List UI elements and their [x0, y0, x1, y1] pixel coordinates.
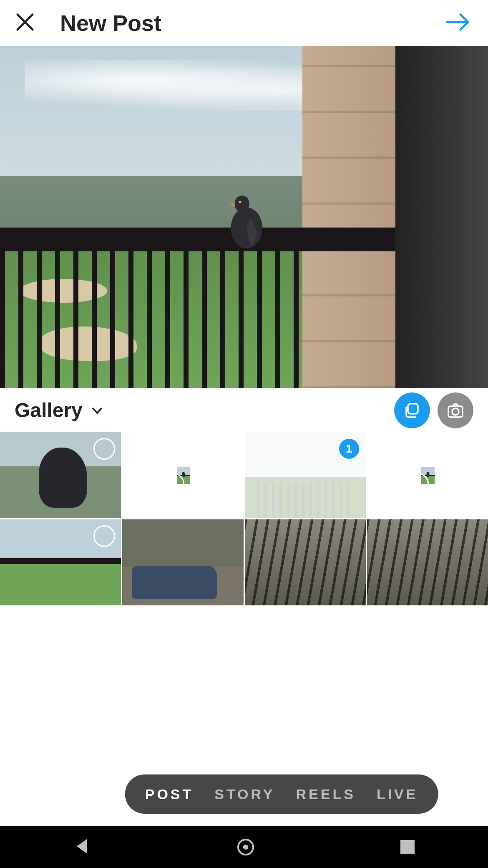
selection-ring — [177, 473, 184, 483]
close-button[interactable] — [15, 12, 35, 34]
svg-point-3 — [231, 208, 262, 248]
camera-icon — [446, 401, 465, 420]
bird-subject — [220, 186, 274, 251]
svg-point-5 — [239, 201, 241, 203]
photo-thumbnail[interactable] — [421, 467, 435, 483]
photo-thumbnail[interactable]: 1 — [245, 432, 366, 518]
selection-ring — [93, 525, 115, 547]
page-title: New Post — [60, 10, 445, 36]
multi-select-icon — [403, 401, 421, 420]
photo-thumbnail[interactable] — [0, 519, 121, 605]
chevron-down-icon — [91, 404, 103, 417]
mode-tab-reels[interactable]: REELS — [296, 786, 356, 802]
circle-home-icon — [237, 839, 254, 855]
selected-photo-preview[interactable] — [0, 46, 488, 388]
android-recents-button[interactable] — [400, 840, 415, 854]
android-home-button[interactable] — [237, 839, 254, 855]
photo-thumbnail[interactable] — [177, 467, 190, 483]
android-nav-bar — [0, 826, 488, 868]
close-icon — [15, 12, 35, 32]
mode-tab-post[interactable]: POST — [145, 786, 194, 802]
create-mode-selector[interactable]: POST STORY REELS LIVE — [125, 774, 438, 814]
svg-point-4 — [234, 195, 249, 212]
android-back-button[interactable] — [73, 838, 91, 857]
photo-thumbnail[interactable] — [245, 519, 366, 605]
gallery-source-label: Gallery — [15, 399, 83, 422]
next-button[interactable] — [445, 12, 471, 34]
photo-grid: 1 POST STORY REELS LIVE — [0, 432, 488, 826]
selection-ring — [93, 438, 115, 460]
arrow-right-icon — [445, 12, 471, 32]
svg-point-8 — [452, 408, 459, 415]
selection-ring — [421, 473, 429, 483]
svg-rect-6 — [408, 404, 418, 414]
camera-button[interactable] — [438, 392, 473, 428]
mode-tab-live[interactable]: LIVE — [377, 786, 418, 802]
multi-select-button[interactable] — [394, 392, 430, 428]
header: New Post — [0, 0, 488, 46]
photo-thumbnail[interactable] — [0, 432, 121, 518]
photo-thumbnail[interactable] — [122, 519, 243, 605]
gallery-source-bar: Gallery — [0, 388, 488, 432]
gallery-source-dropdown[interactable]: Gallery — [15, 399, 103, 422]
photo-thumbnail[interactable] — [367, 519, 488, 605]
selection-badge: 1 — [338, 438, 360, 460]
mode-tab-story[interactable]: STORY — [214, 786, 275, 802]
triangle-back-icon — [73, 838, 91, 855]
square-recents-icon — [400, 840, 415, 854]
